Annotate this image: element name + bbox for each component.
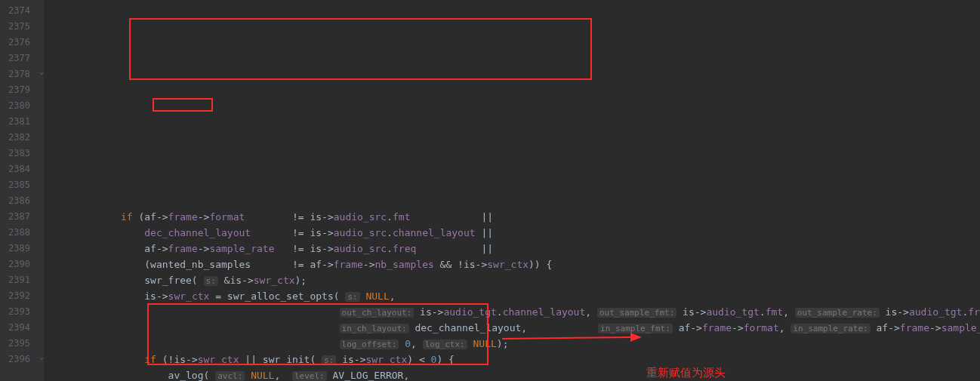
- code-line[interactable]: dec_channel_layout != is->audio_src.chan…: [50, 225, 980, 241]
- line-number: 2391: [6, 272, 30, 288]
- line-number: 2377: [6, 51, 30, 66]
- line-number: 2382: [6, 130, 30, 146]
- code-line[interactable]: swr_free( s: &is->swr_ctx);: [50, 272, 980, 288]
- line-number: 2392: [6, 288, 30, 304]
- code-line[interactable]: if (af->frame->format != is->audio_src.f…: [50, 209, 980, 225]
- line-number: 2385: [6, 177, 30, 193]
- annotation-line1: 重新赋值为源头: [646, 364, 803, 381]
- annotation-text: 重新赋值为源头 也就是从 buffersink 出来的信息: [646, 330, 803, 381]
- svg-line-0: [502, 337, 630, 339]
- code-line[interactable]: av_log( avcl: NULL, level: AV_LOG_ERROR,: [50, 367, 980, 381]
- line-number: 2381: [6, 114, 30, 130]
- line-number: 2386: [6, 193, 30, 209]
- highlight-box-condition: [129, 18, 592, 80]
- code-line[interactable]: is->swr_ctx = swr_alloc_set_opts( s: NUL…: [50, 288, 980, 304]
- line-number: 2396: [6, 352, 30, 367]
- line-number: 2379: [6, 82, 30, 98]
- line-number: 2390: [6, 257, 30, 272]
- line-number: 2394: [6, 320, 30, 336]
- svg-marker-1: [630, 333, 642, 342]
- line-number: 2374: [6, 3, 30, 19]
- line-number: 2387: [6, 209, 30, 225]
- code-editor[interactable]: 2374237523762377237823792380238123822383…: [0, 0, 980, 381]
- line-number: 2380: [6, 98, 30, 114]
- line-number-gutter: 2374237523762377237823792380238123822383…: [0, 0, 39, 381]
- line-number: 2388: [6, 225, 30, 241]
- line-number: 2375: [6, 19, 30, 35]
- code-area[interactable]: 重新赋值为源头 也就是从 buffersink 出来的信息 if (af->fr…: [44, 0, 980, 381]
- code-line[interactable]: (wanted_nb_samples != af->frame->nb_samp…: [50, 257, 980, 272]
- line-number: 2378: [6, 66, 30, 82]
- line-number: 2376: [6, 35, 30, 51]
- line-number: 2389: [6, 241, 30, 257]
- code-line[interactable]: af->frame->sample_rate != is->audio_src.…: [50, 241, 980, 257]
- code-line[interactable]: out_ch_layout: is->audio_tgt.channel_lay…: [50, 304, 980, 320]
- line-number: 2395: [6, 336, 30, 352]
- code-line[interactable]: if (!is->swr_ctx || swr_init( s: is->swr…: [50, 352, 980, 367]
- code-line[interactable]: [50, 193, 980, 209]
- line-number: 2393: [6, 304, 30, 320]
- line-number: 2383: [6, 146, 30, 161]
- highlight-box-swrctx: [153, 98, 213, 112]
- line-number: 2384: [6, 161, 30, 177]
- annotation-arrow: [502, 327, 644, 350]
